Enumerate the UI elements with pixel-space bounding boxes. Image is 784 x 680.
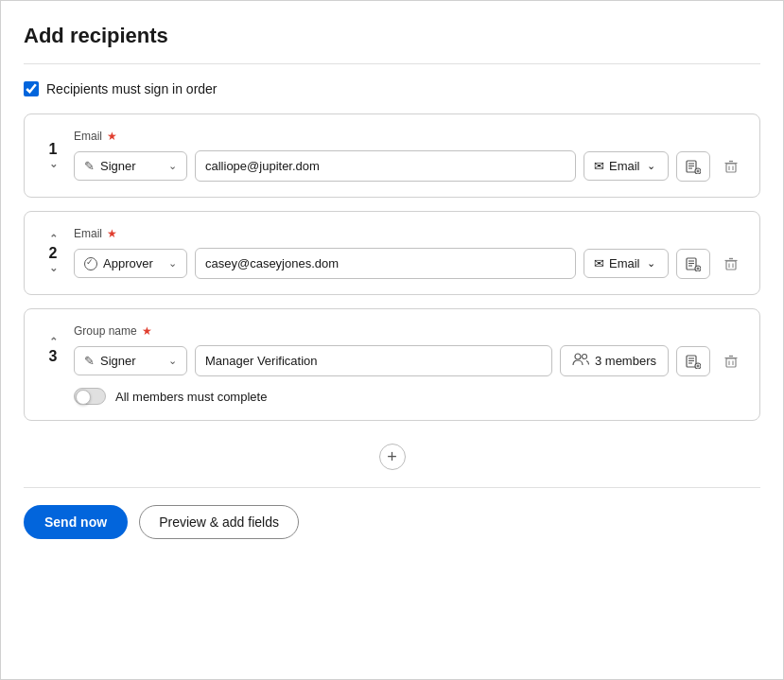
email-input-1[interactable]: [195, 150, 576, 182]
role-name-3: Signer: [100, 354, 163, 368]
required-star-1: ★: [107, 130, 117, 143]
group-name-input-3[interactable]: [195, 345, 552, 376]
title-divider: [24, 63, 760, 64]
delivery-arrow-1: ⌄: [647, 160, 655, 172]
svg-rect-19: [726, 261, 736, 270]
chevron-down-1[interactable]: ⌄: [49, 158, 58, 170]
modal-container: Add recipients Recipients must sign in o…: [0, 0, 784, 680]
trash-icon-3: [723, 354, 739, 369]
assign-icon-3: [686, 354, 701, 369]
all-members-row-3: All members must complete: [40, 388, 744, 405]
svg-rect-7: [726, 164, 736, 172]
input-row-3: ✎ Signer ⌄: [74, 345, 744, 376]
card-content-1: Email ★ ✎ Signer ⌄ ✉ Email ⌄: [74, 130, 744, 182]
assign-btn-3[interactable]: [676, 346, 710, 376]
bottom-bar: Send now Preview & add fields: [24, 487, 760, 539]
step-col-3: ⌃ 3: [40, 336, 66, 365]
members-count-3: 3 members: [595, 354, 656, 368]
signer-icon-1: ✎: [84, 159, 95, 173]
assign-icon-1: [686, 159, 701, 174]
chevron-up-3[interactable]: ⌃: [49, 336, 58, 348]
svg-point-25: [582, 355, 586, 359]
send-now-button[interactable]: Send now: [24, 505, 128, 539]
svg-point-24: [575, 354, 581, 359]
delivery-label-2: Email: [609, 256, 640, 270]
card-row-1: 1 ⌄ Email ★ ✎ Signer ⌄ ✉ Email: [40, 130, 744, 182]
email-label-2: Email ★: [74, 227, 744, 240]
step-number-1: 1: [49, 141, 58, 158]
card-content-3: Group name ★ ✎ Signer ⌄: [74, 324, 744, 376]
page-title: Add recipients: [24, 24, 760, 48]
card-content-2: Email ★ Approver ⌄ ✉ Email ⌄: [74, 227, 744, 279]
step-col-1: 1 ⌄: [40, 141, 66, 170]
role-arrow-3: ⌄: [168, 355, 177, 367]
input-row-2: Approver ⌄ ✉ Email ⌄: [74, 248, 744, 279]
email-label-1: Email ★: [74, 130, 744, 143]
required-star-3: ★: [142, 324, 152, 338]
role-name-1: Signer: [100, 159, 163, 173]
approver-icon-2: [84, 257, 97, 270]
sign-order-checkbox[interactable]: [24, 81, 39, 96]
role-name-2: Approver: [103, 256, 163, 270]
mail-icon-2: ✉: [594, 256, 604, 270]
trash-icon-2: [723, 256, 739, 271]
trash-icon-1: [723, 159, 739, 174]
preview-fields-button[interactable]: Preview & add fields: [139, 505, 299, 539]
add-recipient-row: +: [24, 434, 760, 487]
delete-btn-1[interactable]: [718, 155, 744, 178]
delete-btn-2[interactable]: [718, 253, 744, 275]
delivery-arrow-2: ⌄: [647, 257, 655, 270]
all-members-label-3: All members must complete: [115, 390, 267, 404]
delete-btn-3[interactable]: [718, 350, 744, 373]
recipient-card-3: ⌃ 3 Group name ★ ✎ Signer ⌄: [24, 308, 760, 421]
assign-btn-1[interactable]: [676, 151, 710, 182]
role-dropdown-2[interactable]: Approver ⌄: [74, 249, 187, 278]
card-row-2: ⌃ 2 ⌄ Email ★ Approver ⌄ ✉ E: [40, 227, 744, 279]
add-recipient-btn[interactable]: +: [379, 444, 406, 470]
svg-rect-33: [726, 358, 736, 367]
recipient-card-2: ⌃ 2 ⌄ Email ★ Approver ⌄ ✉ E: [24, 211, 760, 295]
members-svg-3: [572, 353, 589, 366]
step-col-2: ⌃ 2 ⌄: [40, 233, 66, 274]
signer-icon-3: ✎: [84, 354, 95, 368]
role-arrow-1: ⌄: [168, 160, 177, 172]
recipient-card-1: 1 ⌄ Email ★ ✎ Signer ⌄ ✉ Email: [24, 113, 760, 198]
card-row-3: ⌃ 3 Group name ★ ✎ Signer ⌄: [40, 324, 744, 376]
required-star-2: ★: [107, 227, 117, 240]
role-dropdown-3[interactable]: ✎ Signer ⌄: [74, 346, 187, 375]
step-number-2: 2: [49, 245, 58, 262]
role-dropdown-1[interactable]: ✎ Signer ⌄: [74, 151, 187, 181]
chevron-down-2[interactable]: ⌄: [49, 262, 58, 274]
input-row-1: ✎ Signer ⌄ ✉ Email ⌄: [74, 150, 744, 182]
members-icon-3: [572, 353, 589, 369]
chevron-up-2[interactable]: ⌃: [49, 233, 58, 245]
sign-order-row: Recipients must sign in order: [24, 81, 760, 96]
group-label-3: Group name ★: [74, 324, 744, 338]
all-members-toggle-3[interactable]: [74, 388, 106, 405]
role-arrow-2: ⌄: [168, 257, 177, 270]
mail-icon-1: ✉: [594, 159, 604, 173]
assign-btn-2[interactable]: [676, 249, 710, 279]
members-btn-3[interactable]: 3 members: [560, 345, 669, 376]
add-icon: +: [387, 448, 397, 465]
delivery-btn-2[interactable]: ✉ Email ⌄: [584, 249, 669, 278]
sign-order-label: Recipients must sign in order: [46, 81, 218, 96]
delivery-label-1: Email: [609, 159, 640, 173]
assign-icon-2: [686, 256, 701, 271]
delivery-btn-1[interactable]: ✉ Email ⌄: [584, 151, 669, 181]
email-input-2[interactable]: [195, 248, 576, 279]
step-number-3: 3: [49, 348, 58, 365]
